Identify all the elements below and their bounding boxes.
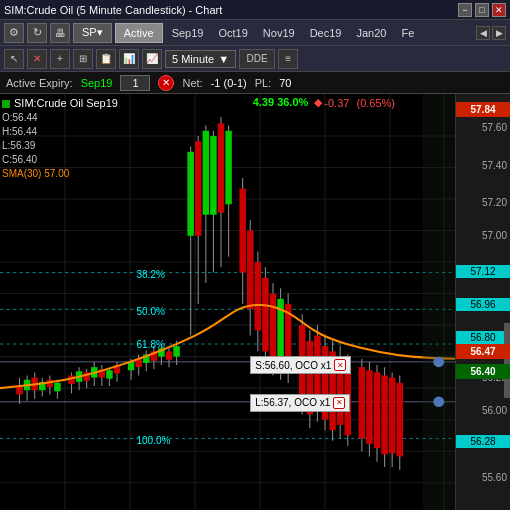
minimize-button[interactable]: − <box>458 3 472 17</box>
price-tick-5700: 57.00 <box>482 230 507 241</box>
svg-rect-106 <box>359 367 366 438</box>
y-axis-right: 57.60 57.40 57.20 57.00 56.80 56.60 56.4… <box>455 94 510 510</box>
symbol-name: SIM:Crude Oil Sep19 <box>14 96 118 111</box>
expiry-value: Sep19 <box>81 77 113 89</box>
active-tab-label: Active <box>124 27 154 39</box>
timeframe-dropdown[interactable]: 5 Minute ▼ <box>165 50 236 68</box>
price-change: ◆ -0.37 (0.65%) <box>314 96 395 109</box>
dde-icon[interactable]: DDE <box>239 49 275 69</box>
timeframe-label: 5 Minute <box>172 53 214 65</box>
refresh-icon[interactable]: ↻ <box>27 23 47 43</box>
oco-sell-label: S:56.60, OCO x1 <box>255 360 331 371</box>
active-expiry-label: Active Expiry: <box>6 77 73 89</box>
title-bar: SIM:Crude Oil (5 Minute Candlestick) - C… <box>0 0 510 20</box>
cross-tool[interactable]: + <box>50 49 70 69</box>
svg-rect-78 <box>239 189 246 273</box>
dde-label: DDE <box>247 53 268 64</box>
svg-rect-74 <box>218 123 225 212</box>
tab-sep19[interactable]: Sep19 <box>166 23 210 43</box>
symbol-dot <box>2 100 10 108</box>
price-tick-5560: 55.60 <box>482 471 507 482</box>
chart-tool[interactable]: 📊 <box>119 49 139 69</box>
svg-rect-86 <box>270 294 277 362</box>
pl-label: PL: <box>255 77 272 89</box>
svg-rect-112 <box>381 376 388 455</box>
price-level-5696: 56.96 <box>456 298 510 311</box>
net-value: -1 (0-1) <box>211 77 247 89</box>
oco-sell-order[interactable]: S:56.60, OCO x1 ✕ <box>250 356 351 374</box>
open-price: O:56.44 <box>2 111 118 125</box>
svg-rect-68 <box>195 141 202 236</box>
price-overlay: 4.39 36.0% ◆ -0.37 (0.65%) <box>253 96 395 109</box>
svg-rect-36 <box>54 383 61 391</box>
delete-tool[interactable]: ✕ <box>27 49 47 69</box>
print-icon[interactable]: 🖶 <box>50 23 70 43</box>
highlight-5647: 56.47 <box>456 344 510 359</box>
tab-nov19[interactable]: Nov19 <box>257 23 301 43</box>
active-tab[interactable]: Active <box>115 23 163 43</box>
tab-fe[interactable]: Fe <box>395 23 420 43</box>
svg-rect-72 <box>210 136 217 215</box>
chart-info-panel: SIM:Crude Oil Sep19 O:56.44 H:56.44 L:56… <box>2 96 118 181</box>
window-title: SIM:Crude Oil (5 Minute Candlestick) - C… <box>4 4 222 16</box>
diamond-icon: ◆ <box>314 96 322 109</box>
svg-rect-82 <box>255 262 262 330</box>
sma-label: SMA(30) 57.00 <box>2 167 118 181</box>
svg-rect-116 <box>397 383 404 457</box>
low-price: L:56.39 <box>2 139 118 153</box>
oco-buy-label: L:56.37, OCO x1 <box>255 397 330 408</box>
oco-buy-order[interactable]: L:56.37, OCO x1 ✕ <box>250 394 350 412</box>
pl-value: 70 <box>279 77 291 89</box>
quantity-input[interactable] <box>120 75 150 91</box>
price-level-5712: 57.12 <box>456 265 510 278</box>
dropdown-icon: ▼ <box>218 53 229 65</box>
svg-rect-66 <box>187 152 194 236</box>
clipboard-tool[interactable]: 📋 <box>96 49 116 69</box>
window-controls: − □ ✕ <box>458 3 506 17</box>
close-price: C:56.40 <box>2 153 118 167</box>
svg-rect-110 <box>374 372 381 448</box>
price-level-5680: 56.80 <box>456 331 510 344</box>
highlight-5784: 57.84 <box>456 102 510 117</box>
svg-rect-119 <box>423 94 456 510</box>
cursor-tool[interactable]: ↖ <box>4 49 24 69</box>
svg-rect-80 <box>247 231 254 310</box>
nav-left[interactable]: ◀ <box>476 26 490 40</box>
current-price: 4.39 36.0% <box>253 96 309 109</box>
svg-rect-48 <box>106 370 113 378</box>
chart-body[interactable]: SIM:Crude Oil Sep19 O:56.44 H:56.44 L:56… <box>0 94 455 510</box>
net-label: Net: <box>182 77 202 89</box>
toolbar-2: ↖ ✕ + ⊞ 📋 📊 📈 5 Minute ▼ DDE ≡ <box>0 46 510 72</box>
oco-buy-close[interactable]: ✕ <box>333 397 345 409</box>
svg-rect-114 <box>389 378 396 454</box>
sp-label: SP▾ <box>82 26 103 39</box>
svg-rect-64 <box>173 346 180 357</box>
maximize-button[interactable]: □ <box>475 3 489 17</box>
chart-container: SIM:Crude Oil Sep19 O:56.44 H:56.44 L:56… <box>0 94 510 510</box>
price-tick-5740: 57.40 <box>482 159 507 170</box>
settings-icon[interactable]: ⚙ <box>4 23 24 43</box>
svg-rect-70 <box>203 131 210 215</box>
highlight-5640: 56.40 <box>456 364 510 379</box>
tab-dec19[interactable]: Dec19 <box>304 23 348 43</box>
svg-rect-76 <box>225 131 232 205</box>
price-tick-5720: 57.20 <box>482 197 507 208</box>
indicator-tool[interactable]: 📈 <box>142 49 162 69</box>
price-tick-5600: 56.00 <box>482 405 507 416</box>
high-price: H:56.44 <box>2 125 118 139</box>
tab-jan20[interactable]: Jan20 <box>350 23 392 43</box>
grid-tool[interactable]: ⊞ <box>73 49 93 69</box>
nav-right[interactable]: ▶ <box>492 26 506 40</box>
svg-rect-108 <box>366 370 373 444</box>
close-position-button[interactable]: ✕ <box>158 75 174 91</box>
sp-dropdown[interactable]: SP▾ <box>73 23 112 43</box>
scrollbar-thumb[interactable] <box>504 323 510 398</box>
svg-rect-62 <box>166 351 173 359</box>
menu-icon[interactable]: ≡ <box>278 49 298 69</box>
close-button[interactable]: ✕ <box>492 3 506 17</box>
price-tick-5760: 57.60 <box>482 122 507 133</box>
nav-arrows: ◀ ▶ <box>476 26 506 40</box>
oco-sell-close[interactable]: ✕ <box>334 359 346 371</box>
tab-oct19[interactable]: Oct19 <box>212 23 253 43</box>
toolbar-1: ⚙ ↻ 🖶 SP▾ Active Sep19 Oct19 Nov19 Dec19… <box>0 20 510 46</box>
